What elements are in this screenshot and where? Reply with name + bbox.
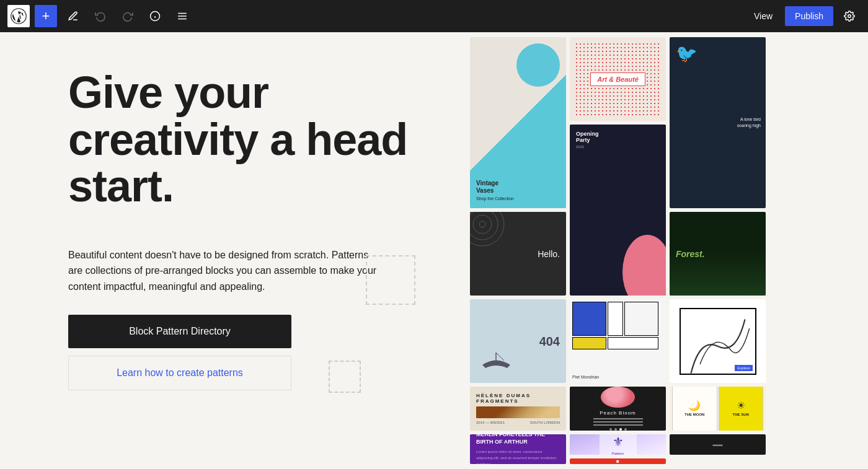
mondrian-grid — [572, 302, 663, 372]
bird-text: A lone birdsoaring high — [737, 116, 761, 129]
list-view-button[interactable] — [171, 5, 193, 27]
gradient-symbol: ⚜ — [613, 434, 624, 449]
pattern-vintage-vases[interactable]: VintageVasesShop the Collection — [470, 37, 566, 208]
pattern-sketch[interactable]: Explore — [670, 299, 766, 383]
dashed-placeholder-small — [329, 361, 361, 393]
pattern-art-beaute[interactable]: Art & Beauté — [570, 37, 666, 121]
tarot-card-1-title: THE MOON — [683, 411, 706, 418]
pattern-peach-bloom[interactable]: Peach Bloom — [570, 387, 666, 431]
pattern-forest[interactable]: Forest. — [670, 212, 766, 296]
peach-dot-1 — [609, 428, 612, 431]
opening-leaf — [610, 227, 666, 296]
peach-text: Peach Bloom — [600, 410, 636, 416]
main-content: Give your creativity a head start. Beaut… — [0, 32, 868, 469]
dark-content: ▬▬ — [713, 442, 723, 447]
peach-dots — [609, 428, 627, 431]
tarot-card-2: ☀ THE SUN — [719, 387, 764, 431]
svg-point-11 — [479, 221, 485, 227]
left-panel: Give your creativity a head start. Beaut… — [0, 32, 465, 469]
404-ship — [479, 349, 513, 374]
peach-line-3 — [593, 424, 643, 426]
pattern-bird[interactable]: 🐦 A lone birdsoaring high — [670, 37, 766, 208]
mondrian-gray — [624, 302, 658, 336]
peach-lines — [593, 418, 643, 426]
vintage-circle — [516, 43, 560, 87]
info-button[interactable] — [144, 5, 166, 27]
pattern-dark-bottom[interactable]: ▬▬ — [670, 434, 766, 455]
art-beaute-inner: Art & Beauté — [570, 37, 666, 121]
svg-point-7 — [848, 15, 851, 18]
pattern-mondrian[interactable]: Piet Mondrian — [570, 299, 666, 383]
pattern-404[interactable]: 404 — [470, 299, 566, 383]
block-pattern-directory-button[interactable]: Block Pattern Directory — [68, 315, 291, 348]
publish-button[interactable]: Publish — [785, 6, 833, 26]
merlin-text: Lorem ipsum dolor sit amet, consectetur … — [476, 449, 560, 464]
add-block-button[interactable]: + — [35, 5, 57, 27]
merlin-title: MERLIN FORETELLS THE BIRTH OF ARTHUR — [476, 434, 560, 445]
sketch-border: Explore — [680, 308, 756, 375]
helene-title: HÉLÈNE DUMASFRAGMENTS — [476, 393, 560, 404]
view-button[interactable]: View — [746, 7, 780, 25]
helene-gallery: SOUTH LONDON — [530, 421, 560, 424]
gradient-text: Pattern — [612, 452, 624, 455]
forest-text: Forest. — [676, 249, 705, 259]
helene-dates: 2014 — 8/9/2021 — [476, 421, 505, 424]
404-number: 404 — [539, 334, 560, 348]
svg-point-8 — [470, 212, 504, 246]
peach-dot-4 — [624, 428, 627, 431]
hello-circles — [470, 212, 532, 274]
pattern-helene-dumas[interactable]: HÉLÈNE DUMASFRAGMENTS 2014 — 8/9/2021 SO… — [470, 387, 566, 431]
peach-line-1 — [593, 418, 643, 419]
dashed-placeholder-large — [366, 255, 415, 305]
hello-text: Hello. — [538, 249, 560, 259]
pattern-grid: VintageVasesShop the Collection Art & Be… — [465, 32, 868, 469]
sketch-drawing — [682, 310, 754, 382]
helene-bottom: 2014 — 8/9/2021 SOUTH LONDON — [476, 421, 560, 424]
sketch-button[interactable]: Explore — [735, 365, 752, 371]
svg-point-9 — [470, 212, 498, 240]
peach-line-2 — [593, 421, 643, 423]
tarot-card-2-title: THE SUN — [732, 411, 750, 418]
mondrian-white-1 — [608, 302, 623, 336]
toolbar: + View Publish — [0, 0, 868, 32]
mondrian-yellow — [572, 337, 606, 349]
opening-text: OpeningParty2021 — [576, 131, 599, 149]
peach-dot-2 — [614, 428, 617, 431]
vintage-label: VintageVasesShop the Collection — [476, 180, 514, 202]
toolbar-right: View Publish — [746, 5, 861, 27]
svg-point-10 — [473, 215, 492, 234]
red-content: ■ — [616, 458, 619, 464]
mondrian-white-2 — [608, 337, 658, 349]
tarot-card-1: 🌙 THE MOON — [672, 387, 717, 431]
peach-dot-3 — [619, 428, 622, 431]
learn-patterns-button[interactable]: Learn how to create patterns — [68, 356, 291, 390]
undo-button[interactable] — [89, 5, 112, 27]
pattern-merlin[interactable]: MERLIN FORETELLS THE BIRTH OF ARTHUR Lor… — [470, 434, 566, 464]
pattern-hello[interactable]: Hello. — [470, 212, 566, 296]
mondrian-label: Piet Mondrian — [572, 374, 663, 380]
settings-button[interactable] — [838, 5, 861, 27]
wordpress-logo[interactable] — [7, 5, 30, 27]
pattern-gradient-purple[interactable]: ⚜ Pattern — [570, 434, 666, 455]
gradient-inner: ⚜ Pattern — [600, 434, 637, 455]
hero-title: Give your creativity a head start. — [68, 69, 428, 210]
pattern-opening-party[interactable]: OpeningParty2021 — [570, 125, 666, 296]
mondrian-blue — [572, 302, 606, 336]
redo-button[interactable] — [117, 5, 139, 27]
tools-button[interactable] — [62, 5, 84, 27]
pattern-red-bottom[interactable]: ■ — [570, 458, 666, 464]
pattern-tarot[interactable]: 🌙 THE MOON ☀ THE SUN — [670, 387, 766, 431]
helene-image — [476, 406, 560, 418]
peach-circle — [601, 387, 635, 408]
hero-description: Beautiful content doesn't have to be des… — [68, 247, 378, 295]
art-beaute-text: Art & Beauté — [590, 72, 645, 86]
